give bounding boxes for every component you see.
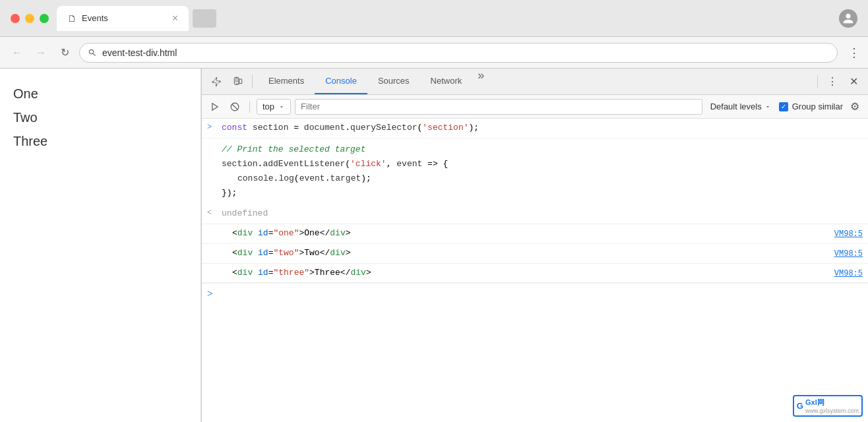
output-arrow: < bbox=[207, 208, 216, 218]
log1-source[interactable]: VM98:5 bbox=[834, 229, 863, 239]
console-log-line-1: → <div id="one">One</div> VM98:5 bbox=[202, 224, 868, 244]
tab-sources[interactable]: Sources bbox=[367, 69, 420, 94]
watermark-shield-icon: G bbox=[797, 401, 803, 411]
log3-content: <div id="three">Three</div> bbox=[222, 266, 834, 280]
close-button[interactable] bbox=[11, 14, 20, 23]
console-undefined-line: < undefined bbox=[202, 204, 868, 224]
tab-page-icon: 🗋 bbox=[67, 13, 77, 24]
watermark-url: www.gxlsystem.com bbox=[805, 407, 859, 414]
devtools-close-button[interactable]: ✕ bbox=[844, 73, 863, 91]
toolbar-separator-1 bbox=[252, 75, 253, 88]
undefined-text: undefined bbox=[222, 207, 863, 221]
group-similar-checkbox[interactable]: ✓ bbox=[779, 102, 788, 111]
tab-network[interactable]: Network bbox=[420, 69, 473, 94]
console-prompt-symbol: > bbox=[207, 289, 212, 299]
tab-title: Events bbox=[82, 13, 167, 23]
console-run-button[interactable] bbox=[207, 99, 223, 115]
minimize-button[interactable] bbox=[25, 14, 34, 23]
console-input-line: > const section = document.querySelector… bbox=[202, 119, 868, 138]
context-selector[interactable]: top bbox=[257, 99, 291, 115]
console-filter-input[interactable] bbox=[295, 99, 702, 115]
devtools-toolbar: Elements Console Sources Network » ⋮ ✕ bbox=[202, 69, 868, 95]
svg-line-6 bbox=[232, 104, 237, 109]
console-code-block: // Print the selected target section.add… bbox=[202, 138, 868, 204]
log3-spacer: → bbox=[207, 268, 216, 277]
inspect-element-button[interactable] bbox=[207, 73, 226, 91]
browser-tab[interactable]: 🗋 Events × bbox=[57, 6, 189, 31]
more-options-button[interactable]: ⋮ bbox=[848, 45, 860, 60]
profile-button[interactable] bbox=[839, 9, 857, 28]
title-bar: 🗋 Events × bbox=[0, 0, 868, 37]
console-log-line-3: → <div id="three">Three</div> VM98:5 bbox=[202, 264, 868, 284]
address-input[interactable] bbox=[102, 47, 829, 58]
console-toolbar: top Default levels ✓ Group similar ⚙ bbox=[202, 95, 868, 119]
watermark-brand: Gxl网 bbox=[805, 398, 859, 407]
tab-close-button[interactable]: × bbox=[172, 13, 178, 24]
devtools-panel: Elements Console Sources Network » ⋮ ✕ bbox=[201, 69, 868, 422]
console-output: > const section = document.querySelector… bbox=[202, 119, 868, 422]
watermark: G Gxl网 www.gxlsystem.com bbox=[793, 395, 863, 417]
log1-content: <div id="one">One</div> bbox=[222, 227, 834, 241]
devtools-tabs: Elements Console Sources Network » bbox=[258, 69, 812, 94]
console-clear-button[interactable] bbox=[227, 99, 243, 115]
traffic-lights bbox=[11, 14, 49, 23]
webpage-content: One Two Three bbox=[0, 69, 201, 422]
toolbar-separator-2 bbox=[817, 75, 818, 88]
svg-marker-4 bbox=[212, 103, 218, 110]
levels-label: Default levels bbox=[710, 102, 762, 111]
console-separator bbox=[249, 101, 250, 113]
levels-button[interactable]: Default levels bbox=[706, 100, 775, 113]
input-arrow: > bbox=[207, 123, 216, 132]
reload-button[interactable]: ↻ bbox=[55, 44, 74, 62]
log2-spacer: → bbox=[207, 248, 216, 257]
group-similar-label: Group similar bbox=[792, 102, 843, 111]
console-prompt-row[interactable]: > bbox=[202, 283, 868, 304]
tab-console[interactable]: Console bbox=[315, 69, 367, 94]
device-toolbar-button[interactable] bbox=[228, 73, 247, 91]
devtools-actions: ⋮ ✕ bbox=[823, 73, 863, 91]
maximize-button[interactable] bbox=[40, 14, 49, 23]
log2-content: <div id="two">Two</div> bbox=[222, 247, 834, 260]
devtools-settings-button[interactable]: ⋮ bbox=[823, 73, 842, 91]
webpage-line-one: One bbox=[13, 82, 187, 106]
console-input-content: const section = document.querySelector('… bbox=[222, 121, 863, 135]
log2-source[interactable]: VM98:5 bbox=[834, 249, 863, 258]
nav-bar: ← → ↻ ⋮ bbox=[0, 37, 868, 69]
new-tab-button[interactable] bbox=[193, 9, 216, 28]
tab-bar: 🗋 Events × bbox=[57, 6, 831, 31]
forward-button[interactable]: → bbox=[32, 44, 50, 62]
more-tabs-button[interactable]: » bbox=[472, 69, 489, 94]
svg-rect-1 bbox=[235, 78, 237, 81]
svg-rect-3 bbox=[239, 79, 242, 84]
webpage-line-three: Three bbox=[13, 129, 187, 153]
code-comment: // Print the selected target bbox=[222, 144, 365, 154]
webpage-line-two: Two bbox=[13, 106, 187, 129]
page-area: One Two Three Elements Console Source bbox=[0, 69, 868, 422]
back-button[interactable]: ← bbox=[8, 44, 26, 62]
log1-spacer: → bbox=[207, 228, 216, 237]
address-bar[interactable] bbox=[79, 43, 838, 63]
context-value: top bbox=[263, 102, 274, 111]
tab-elements[interactable]: Elements bbox=[258, 69, 315, 94]
console-log-line-2: → <div id="two">Two</div> VM98:5 bbox=[202, 244, 868, 264]
log3-source[interactable]: VM98:5 bbox=[834, 269, 863, 278]
console-settings-button[interactable]: ⚙ bbox=[847, 99, 863, 115]
